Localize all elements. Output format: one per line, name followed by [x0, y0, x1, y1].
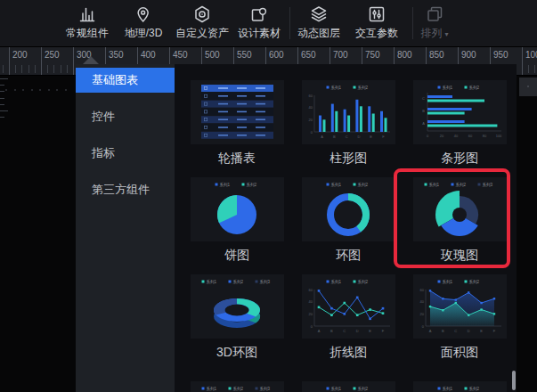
ruler-label: 600: [269, 50, 284, 60]
column-chart-thumbnail: 系列1系列20204060ABCDEF: [302, 80, 395, 144]
ruler-label: 550: [237, 50, 252, 60]
svg-text:20: 20: [419, 312, 424, 316]
toolbar-separator: [412, 7, 413, 39]
svg-text:60: 60: [468, 134, 472, 138]
toolbar-separator: [289, 7, 290, 39]
panel-item-rose-chart[interactable]: 系列1系列2系列3玫瑰图: [405, 177, 514, 264]
svg-text:0: 0: [421, 324, 424, 329]
scrollbar-thumb[interactable]: [512, 371, 516, 390]
svg-text:系列3: 系列3: [482, 182, 492, 188]
ruler-label: 800: [397, 50, 412, 60]
ruler-label: 650: [301, 50, 316, 60]
svg-text:系列1: 系列1: [442, 85, 452, 91]
sidebar-item-basic-charts[interactable]: 基础图表: [76, 68, 175, 93]
svg-text:40: 40: [308, 299, 313, 304]
toolbar-item-interaction-params[interactable]: 交互参数: [355, 4, 398, 39]
app-window: 常规组件地理/3D自定义资产设计素材动态图层交互参数排列▾ 2002503003…: [0, 0, 537, 392]
ruler-label: 750: [365, 50, 380, 60]
ruler-label: 950: [493, 50, 509, 60]
svg-text:20: 20: [439, 134, 443, 138]
sidebar-item-indicators[interactable]: 指标: [76, 141, 175, 166]
sliders-icon: [367, 4, 386, 24]
svg-text:A: A: [321, 135, 323, 139]
svg-text:系列1: 系列1: [442, 386, 452, 392]
panel-item-label: 面积图: [405, 345, 514, 361]
svg-text:80: 80: [482, 134, 486, 138]
panel-item-partial-1[interactable]: 系列1系列2系列3: [183, 381, 291, 392]
svg-text:B: B: [332, 135, 335, 139]
svg-text:系列2: 系列2: [232, 386, 243, 392]
toolbar-item-design-assets[interactable]: 设计素材: [238, 4, 281, 39]
ruler-label: 850: [429, 50, 444, 60]
svg-text:系列1: 系列1: [442, 279, 452, 285]
ring-chart-thumbnail: 系列1系列2: [302, 177, 395, 241]
svg-text:F: F: [382, 135, 385, 139]
svg-text:系列1: 系列1: [206, 386, 216, 392]
svg-text:系列1: 系列1: [330, 182, 341, 188]
svg-text:C: C: [343, 329, 346, 333]
area-chart-thumbnail: 系列1系列20204060ABCDEF: [413, 274, 507, 339]
svg-text:系列3: 系列3: [259, 279, 270, 285]
components-panel: 基础图表控件指标第三方组件 轮播表系列1系列20204060ABCDEF柱形图系…: [76, 64, 517, 392]
panel-item-area-chart[interactable]: 系列1系列20204060ABCDEF面积图: [405, 274, 514, 361]
design-asset-icon: [249, 4, 269, 24]
panel-item-partial-2[interactable]: 系列1系列2: [294, 381, 403, 392]
svg-text:E: E: [370, 135, 372, 139]
toolbar: 常规组件地理/3D自定义资产设计素材动态图层交互参数排列▾: [0, 0, 537, 47]
svg-text:系列1: 系列1: [330, 386, 341, 392]
svg-text:20: 20: [308, 118, 313, 122]
svg-text:40: 40: [308, 105, 313, 110]
svg-text:系列2: 系列2: [246, 182, 256, 188]
toolbar-item-dynamic-layers[interactable]: 动态图层: [297, 4, 340, 39]
toolbar-item-label: 设计素材: [238, 27, 281, 39]
svg-text:40: 40: [419, 299, 424, 304]
svg-text:系列2: 系列2: [357, 279, 368, 285]
sidebar-item-third-party[interactable]: 第三方组件: [76, 177, 175, 202]
svg-text:B: B: [330, 329, 333, 333]
toolbar-item-custom-assets[interactable]: 自定义资产: [175, 4, 229, 39]
partial-3-thumbnail: 系列1系列2: [413, 381, 507, 392]
ruler-label: 250: [45, 50, 60, 60]
ruler-label: 400: [141, 50, 156, 60]
toolbar-item-label: 自定义资产: [175, 27, 229, 39]
panel-item-bar-chart[interactable]: 系列1系列2CBA020406080100条形图: [405, 80, 514, 167]
sidebar-item-controls[interactable]: 控件: [76, 104, 175, 129]
toolbar-item-geo3d[interactable]: 地理/3D: [125, 4, 163, 39]
panel-item-column-chart[interactable]: 系列1系列20204060ABCDEF柱形图: [294, 80, 403, 167]
panel-item-partial-3[interactable]: 系列1系列2: [405, 381, 514, 392]
ruler-label: 350: [109, 50, 124, 60]
panel-item-pie-chart[interactable]: 系列1系列2饼图: [183, 177, 291, 264]
toolbar-item-arrange[interactable]: 排列▾: [420, 4, 448, 41]
canvas-element: [519, 78, 537, 96]
svg-text:A: A: [422, 121, 425, 126]
svg-text:60: 60: [308, 288, 313, 292]
svg-text:B: B: [442, 329, 444, 333]
toolbar-item-label: 地理/3D: [125, 27, 163, 39]
ruler-label: 900: [461, 50, 476, 60]
panel-sidebar: 基础图表控件指标第三方组件: [76, 64, 175, 392]
svg-text:0: 0: [426, 134, 428, 138]
svg-text:系列2: 系列2: [468, 386, 479, 392]
panel-item-ring-chart[interactable]: 系列1系列2环图: [294, 177, 403, 264]
ring3d-chart-thumbnail: 系列1系列2系列3: [191, 274, 284, 339]
svg-text:系列2: 系列2: [357, 85, 368, 91]
toolbar-item-components[interactable]: 常规组件: [66, 4, 109, 39]
partial-2-thumbnail: 系列1系列2: [302, 381, 395, 392]
caret-down-icon: ▾: [444, 30, 448, 38]
panel-item-label: 柱形图: [294, 151, 403, 167]
svg-text:系列2: 系列2: [468, 85, 479, 91]
toolbar-item-label: 动态图层: [297, 27, 340, 39]
panel-item-ring3d-chart[interactable]: 系列1系列2系列33D环图: [183, 274, 291, 361]
svg-text:B: B: [422, 109, 425, 113]
toolbar-item-label: 排列▾: [420, 27, 448, 41]
panel-item-line-chart[interactable]: 系列1系列20204060ABCDEF折线图: [294, 274, 403, 361]
svg-text:D: D: [357, 135, 360, 139]
svg-text:E: E: [369, 329, 371, 333]
svg-text:0: 0: [310, 130, 313, 135]
ruler-label: 200: [12, 50, 28, 60]
svg-text:系列1: 系列1: [330, 85, 341, 91]
svg-text:系列2: 系列2: [468, 279, 479, 285]
panel-item-label: 3D环图: [183, 345, 291, 361]
pie-chart-thumbnail: 系列1系列2: [191, 177, 284, 241]
panel-item-carousel-table[interactable]: 轮播表: [183, 80, 291, 167]
